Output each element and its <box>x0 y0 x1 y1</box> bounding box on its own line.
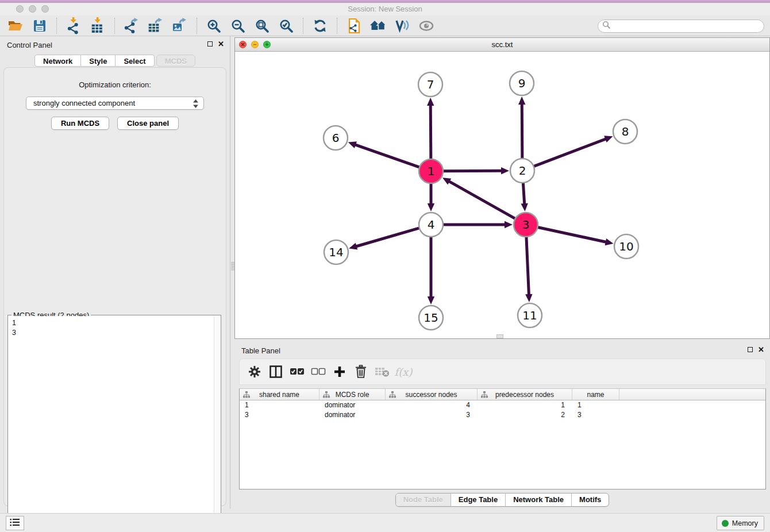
mcds-result-item[interactable]: 3 <box>12 328 220 338</box>
select-all-icon[interactable] <box>289 364 305 380</box>
columns-icon[interactable] <box>268 364 284 380</box>
edge-3-11[interactable] <box>526 237 529 296</box>
new-network-icon[interactable] <box>344 17 364 34</box>
run-mcds-button[interactable]: Run MCDS <box>51 117 109 130</box>
edge-arrow-icon <box>501 167 509 174</box>
column-header-shared-name[interactable]: shared name <box>240 389 319 400</box>
node-label-7: 7 <box>427 78 434 91</box>
float-table-panel-icon[interactable] <box>748 347 753 352</box>
memory-label: Memory <box>732 519 758 527</box>
window-title: Session: New Session <box>0 3 770 16</box>
edge-2-3[interactable] <box>523 183 524 205</box>
edge-1-7[interactable] <box>430 104 431 159</box>
close-panel-button[interactable]: Close panel <box>117 117 179 130</box>
edge-arrow-icon <box>518 97 525 105</box>
node-label-15: 15 <box>424 311 438 325</box>
export-network-icon[interactable] <box>122 17 141 34</box>
gear-icon[interactable] <box>247 364 263 380</box>
task-history-button[interactable] <box>6 516 24 530</box>
edge-1-2[interactable] <box>443 171 503 171</box>
vizmapper-icon[interactable] <box>392 17 412 34</box>
network-maximize-icon[interactable]: + <box>263 41 271 48</box>
close-table-panel-icon[interactable]: ✕ <box>758 346 764 353</box>
table-cell[interactable]: dominator <box>319 400 386 410</box>
home-icon[interactable] <box>368 17 388 34</box>
refresh-icon[interactable] <box>310 17 330 34</box>
task-list-icon <box>10 518 20 529</box>
column-header-MCDS-role[interactable]: MCDS role <box>319 389 386 400</box>
memory-button[interactable]: Memory <box>717 516 764 530</box>
node-label-4: 4 <box>428 218 435 232</box>
table-cell[interactable]: 3 <box>386 410 478 420</box>
network-canvas[interactable]: 7968124314101511 <box>235 52 769 338</box>
tab-style[interactable]: Style <box>81 55 116 67</box>
table-cell[interactable]: 1 <box>572 400 619 410</box>
search-box[interactable] <box>598 20 764 33</box>
edge-1-6[interactable] <box>354 144 419 167</box>
tab-select[interactable]: Select <box>116 55 154 67</box>
edge-2-8[interactable] <box>534 138 607 166</box>
column-header-predecessor-nodes[interactable]: predecessor nodes <box>478 389 572 400</box>
minimize-window-button[interactable] <box>29 5 36 13</box>
table-cell[interactable]: 3 <box>240 410 319 420</box>
trash-icon[interactable] <box>353 364 369 380</box>
tab-network-table[interactable]: Network Table <box>505 494 571 506</box>
mcds-result-scrollbar[interactable] <box>214 316 220 531</box>
edge-4-14[interactable] <box>355 228 419 247</box>
search-icon <box>602 21 611 32</box>
edge-3-10[interactable] <box>538 227 607 242</box>
tab-motifs[interactable]: Motifs <box>571 494 609 506</box>
mcds-result-list[interactable]: 13 <box>9 316 220 531</box>
search-input[interactable] <box>611 21 764 32</box>
optimization-label: Optimization criterion: <box>4 80 226 89</box>
network-minimize-icon[interactable]: – <box>251 41 259 48</box>
close-panel-icon[interactable]: ✕ <box>218 41 224 47</box>
save-icon[interactable] <box>30 17 49 34</box>
table-cell[interactable]: 2 <box>478 410 572 420</box>
network-close-icon[interactable]: ✕ <box>239 41 247 48</box>
table-cell[interactable]: 1 <box>478 400 572 410</box>
toolbar-separator <box>337 18 337 34</box>
column-header-successor-nodes[interactable]: successor nodes <box>386 389 478 400</box>
edge-arrow-icon <box>427 98 434 106</box>
edge-2-9[interactable] <box>522 103 522 159</box>
export-table-icon[interactable] <box>146 17 165 34</box>
memory-status-icon <box>722 520 729 527</box>
zoom-fit-icon[interactable] <box>252 17 272 34</box>
optimization-select[interactable]: strongly connected component <box>26 97 204 110</box>
float-panel-icon[interactable] <box>207 41 213 47</box>
deselect-all-icon[interactable] <box>310 364 326 380</box>
eye-icon[interactable] <box>417 17 436 34</box>
tab-node-table[interactable]: Node Table <box>396 494 451 506</box>
open-folder-icon[interactable] <box>6 17 25 34</box>
add-icon[interactable] <box>332 364 348 380</box>
tab-edge-table[interactable]: Edge Table <box>451 494 505 506</box>
edge-arrow-icon <box>428 296 434 304</box>
import-network-icon[interactable] <box>64 17 83 34</box>
tab-network[interactable]: Network <box>34 55 81 67</box>
function-icon: f(x) <box>395 364 411 380</box>
node-label-9: 9 <box>518 76 526 90</box>
node-label-6: 6 <box>332 131 340 145</box>
close-window-button[interactable] <box>16 5 24 13</box>
export-image-icon[interactable] <box>170 17 190 34</box>
table-cell[interactable]: 3 <box>572 410 619 420</box>
mcds-result-item[interactable]: 1 <box>12 318 220 328</box>
network-window-titlebar[interactable]: ✕ – + scc.txt <box>235 38 769 52</box>
canvas-scroll-grip[interactable] <box>496 334 503 338</box>
table-row[interactable]: 3dominator323 <box>240 410 765 420</box>
table-row[interactable]: 1dominator411 <box>240 400 765 410</box>
table-cell[interactable]: 4 <box>386 400 478 410</box>
import-table-icon[interactable] <box>88 17 107 34</box>
zoom-selected-icon[interactable] <box>276 17 296 34</box>
column-header-name[interactable]: name <box>572 389 619 400</box>
edge-3-1[interactable] <box>448 181 515 219</box>
table-cell[interactable]: dominator <box>319 410 386 420</box>
zoom-in-icon[interactable] <box>204 17 224 34</box>
tab-mcds[interactable]: MCDS <box>156 55 195 67</box>
vertical-splitter[interactable] <box>230 36 234 508</box>
zoom-window-button[interactable] <box>41 5 49 13</box>
traffic-lights[interactable] <box>16 5 49 13</box>
zoom-out-icon[interactable] <box>228 17 248 34</box>
table-cell[interactable]: 1 <box>240 400 319 410</box>
